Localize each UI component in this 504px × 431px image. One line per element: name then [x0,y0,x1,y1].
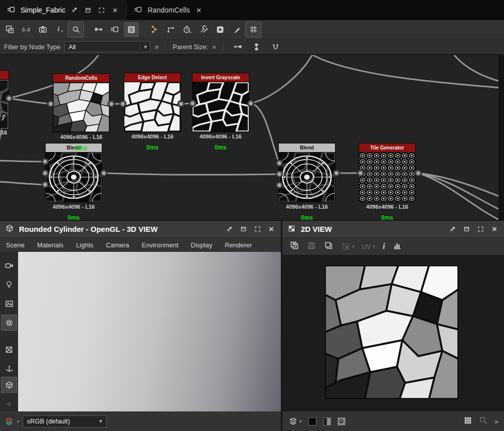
pin-icon[interactable] [225,225,234,234]
cube-icon[interactable] [2,377,17,392]
search-icon[interactable] [68,22,83,37]
gear-icon[interactable] [2,315,17,330]
maximize-icon[interactable] [253,225,262,234]
colorspace-select[interactable]: sRGB (default) ▾ [23,415,107,427]
node-port[interactable] [248,100,254,107]
panel-2d-titlebar[interactable]: 2D VIEW × [282,221,504,238]
light-bulb-icon[interactable] [2,277,17,292]
close-icon[interactable]: × [490,225,499,234]
maximize-icon[interactable] [476,225,485,234]
menu-lights[interactable]: Lights [76,241,94,249]
sidebar-overflow-chevrons[interactable]: « [2,396,17,411]
frame-select-icon[interactable] [2,22,17,37]
menu-camera[interactable]: Camera [106,241,129,249]
graph-node-blend-1[interactable]: Blend 4096x4096 - L16 0ms [45,143,102,202]
camera-icon[interactable] [35,22,50,37]
mesh-icon [5,224,14,234]
snap-anchor-icon[interactable] [268,39,283,54]
parent-size-overflow-chevrons[interactable]: » [212,43,216,51]
gizmo-axes-icon[interactable] [2,361,17,376]
graph-canvas[interactable]: 16 Blend 4096x4096 - L16 0ms Blend 4096x… [0,55,504,221]
node-port[interactable] [42,170,49,177]
view2d-canvas[interactable] [282,255,504,411]
float-window-icon[interactable] [83,6,92,15]
node-port[interactable] [333,170,340,177]
graph-node-randomcells[interactable]: RandomCells 4096x4096 - L16 0ms [53,73,110,132]
menu-environment[interactable]: Environment [142,241,179,249]
node-port[interactable] [276,160,283,167]
image-info-icon[interactable]: i [383,242,385,251]
pin-icon[interactable] [448,225,457,234]
link-create-icon[interactable] [91,22,106,37]
maximize-icon[interactable] [97,6,106,15]
node-port[interactable] [276,171,283,178]
video-camera-icon[interactable] [2,258,17,273]
node-port[interactable] [42,182,49,188]
graph-node-icon[interactable] [107,22,122,37]
bottombar-overflow-chevrons[interactable]: » [494,417,498,425]
tab-simple-fabric[interactable]: Simple_Fabric × [0,0,126,20]
bounds-box-icon[interactable] [2,342,17,357]
info-dropdown-icon[interactable]: i [52,22,67,37]
float-window-icon[interactable] [462,225,471,234]
node-port[interactable] [48,101,54,107]
close-icon[interactable]: × [195,6,204,15]
export-image-icon[interactable] [289,240,299,252]
texture-image[interactable] [324,265,459,399]
align-nodes-icon[interactable] [249,39,264,54]
node-type-dropdown[interactable]: All ▾ [64,41,150,52]
menu-scene[interactable]: Scene [6,241,25,249]
connector-icon[interactable] [230,39,245,54]
histogram-icon[interactable] [393,241,402,252]
node-port[interactable] [108,101,115,107]
node-port[interactable] [6,95,13,102]
close-icon[interactable]: × [267,225,276,234]
graph-node-invert-grayscale[interactable]: Invert Grayscale 4096x4096 - L16 0ms [192,73,249,132]
tab-label: Simple_Fabric [21,6,65,14]
filter-overflow-chevrons[interactable]: » [154,43,158,51]
paint-brush-icon[interactable] [229,22,244,37]
graph-node-blend-2[interactable]: Blend 4096x4096 - L16 0ms [278,143,335,202]
float-window-icon[interactable] [239,225,248,234]
close-icon[interactable]: × [110,6,119,15]
node-port[interactable] [101,170,107,177]
background-black-swatch[interactable] [308,417,316,425]
pin-dots-icon[interactable] [146,22,161,37]
panel-3d-titlebar[interactable]: Rounded Cylinder - OpenGL - 3D VIEW × [0,221,281,238]
node-port[interactable] [276,182,283,189]
node-port[interactable] [120,101,126,107]
play-timer-icon[interactable] [180,22,195,37]
copy-image-icon[interactable] [324,241,333,252]
zoom-actual-icon[interactable]: 1:1 [19,22,34,37]
chevron-down-icon[interactable]: ▾ [17,419,20,424]
menu-display[interactable]: Display [191,241,213,249]
tab-randomcells[interactable]: RandomCells × [127,0,210,20]
node-port[interactable] [415,170,422,177]
uv-mode-button[interactable]: UV ▾ [362,243,376,250]
tools-icon[interactable] [196,22,211,37]
colorspace-layers-icon[interactable] [4,416,14,426]
save-image-icon[interactable] [307,241,316,252]
transform-icon[interactable]: ▾ [341,242,355,251]
menu-renderer[interactable]: Renderer [225,241,252,249]
node-port[interactable] [190,100,196,107]
tile-grid-icon[interactable] [463,416,472,427]
dock-panel-icon[interactable] [124,22,139,37]
environment-image-icon[interactable] [2,296,17,311]
pin-icon[interactable] [70,6,79,15]
mip-arrow-swatch[interactable] [338,417,346,425]
focus-region-icon[interactable] [213,22,228,37]
background-split-swatch[interactable] [323,417,331,425]
elbow-connector-icon[interactable] [163,22,178,37]
node-port[interactable] [42,159,49,165]
graph-node-edge-detect[interactable]: Edge Detect 4096x4096 - L16 0ms [124,73,181,132]
pixel-snap-icon[interactable] [479,416,488,427]
viewport-3d[interactable] [18,252,281,411]
view3d-body: « [0,252,281,411]
grid-snap-icon[interactable] [246,22,261,37]
node-port[interactable] [358,170,364,177]
node-port[interactable] [178,101,185,107]
menu-materials[interactable]: Materials [37,241,64,249]
layers-icon[interactable]: ▾ [288,416,302,426]
graph-node-tile-generator[interactable]: Tile Generator 4096x4096 - L16 0ms [359,143,416,202]
